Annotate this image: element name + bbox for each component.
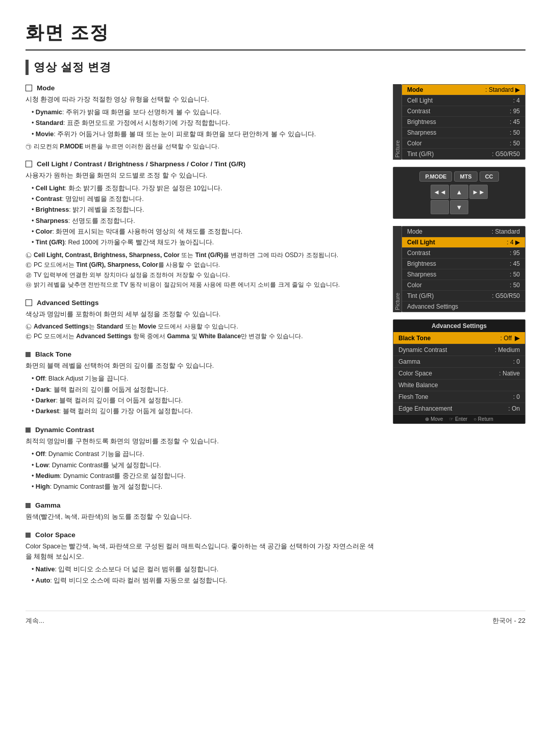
cl-bullet-1: Cell Light: 화소 밝기를 조정합니다. 가장 밝은 설정은 10입니… [32, 183, 378, 194]
adv-panel-title: Advanced Settings [393, 320, 525, 332]
cs-bullet [26, 533, 31, 538]
gamma-desc: 원색(빨간색, 녹색, 파란색)의 농도를 조정할 수 있습니다. [26, 512, 378, 522]
adv-note-1: ㉡ Advanced Settings는 Standard 또는 Movie 모… [26, 322, 378, 332]
cell-light-section: Cell Light / Contrast / Brightness / Sha… [26, 160, 378, 290]
page-container: 화면 조정 영상 설정 변경 Mode 시청 환경에 따라 가장 적절한 영상 … [0, 0, 551, 656]
mode-desc: 시청 환경에 따라 가장 적절한 영상 유형을 선택할 수 있습니다. [26, 94, 378, 105]
black-tone-desc: 화면의 블랙 레벨을 선택하여 화면의 깊이를 조정할 수 있습니다. [26, 361, 378, 371]
remote-enter-button[interactable] [431, 200, 449, 214]
dc-bullets: Off: Dynamic Contrast 기능을 끕니다. Low: Dyna… [26, 449, 378, 492]
dc-bullet-3: Medium: Dynamic Contrast를 중간으로 설정합니다. [32, 471, 378, 482]
dc-desc: 최적의 명암비를 구현하도록 화면의 명암비를 조정할 수 있습니다. [26, 436, 378, 446]
adv-row-gamma: Gamma : 0 [393, 356, 525, 368]
panel2-rows: Mode : Standard Cell Light : 4 ▶ Contras… [402, 226, 525, 312]
ui-panel-1: Picture Mode : Standard ▶ Cell Light : 4… [393, 84, 525, 160]
panel2-row-sharpness: Sharpness : 50 [402, 269, 525, 280]
panel1-row-tint: Tint (G/R) : G50/R50 [402, 149, 525, 159]
remote-top-buttons: P.MODE MTS CC [419, 171, 498, 182]
advanced-section: Advanced Settings 색상과 명암비를 포함하여 화면의 세부 설… [26, 299, 378, 341]
color-space-section: Color Space Color Space는 빨간색, 녹색, 파란색으로 … [26, 531, 378, 586]
cl-bullet-6: Tint (G/R): Red 100에 가까울수록 빨간색 채도가 높아집니다… [32, 237, 378, 248]
cs-bullet-2: Auto: 입력 비디오 소스에 따라 컬러 범위를 자동으로 설정합니다. [32, 575, 378, 586]
advanced-notes: ㉡ Advanced Settings는 Standard 또는 Movie 모… [26, 322, 378, 341]
panel2-row-contrast: Contrast : 95 [402, 248, 525, 259]
footer-enter: ☞ Enter [449, 416, 467, 422]
panel1-row-mode: Mode : Standard ▶ [402, 85, 525, 95]
cl-note-4: ㉤ 밝기 레벨을 낮추면 전반적으로 TV 동작 비용이 절감되어 제품 사용에… [26, 280, 378, 290]
panel2-row-tint: Tint (G/R) : G50/R50 [402, 291, 525, 301]
footer-move: ⊕ Move [425, 416, 443, 422]
remote-mts-button[interactable]: MTS [454, 171, 477, 182]
panel2-row-mode: Mode : Standard [402, 226, 525, 237]
bt-bullet-4: Darkest: 블랙 컬러의 깊이를 가장 어둡게 설정합니다. [32, 406, 378, 417]
cell-light-desc: 사용자가 원하는 화면을 화면의 모드별로 조정 할 수 있습니다. [26, 170, 378, 181]
bt-bullet-3: Darker: 블랙 컬러의 깊이를 더 어둡게 설정합니다. [32, 395, 378, 406]
cl-note-1: ㉡ Cell Light, Contrast, Brightness, Shar… [26, 250, 378, 260]
cl-bullet-5: Color: 화면에 표시되는 막대를 사용하여 영상의 색 채도를 조정합니다… [32, 226, 378, 237]
black-tone-title: Black Tone [26, 350, 378, 358]
cell-light-notes: ㉡ Cell Light, Contrast, Brightness, Shar… [26, 250, 378, 290]
cl-bullet-3: Brightness: 밝기 레벨을 조정합니다. [32, 205, 378, 215]
panel2-row-color: Color : 50 [402, 280, 525, 291]
advanced-title: Advanced Settings [26, 299, 378, 307]
adv-panel-footer: ⊕ Move ☞ Enter ○ Return [393, 415, 525, 423]
gamma-title: Gamma [26, 501, 378, 509]
footer-continue: 계속... [26, 616, 44, 625]
adv-note-2: ㉢ PC 모드에서는 Advanced Settings 항목 중에서 Gamm… [26, 332, 378, 341]
remote-cc-button[interactable]: CC [480, 171, 499, 182]
cl-bullet-2: Contrast: 명암비 레벨을 조정합니다. [32, 194, 378, 205]
note-icon-1: ㉠ [26, 142, 32, 151]
cell-light-bullets: Cell Light: 화소 밝기를 조정합니다. 가장 밝은 설정은 10입니… [26, 183, 378, 248]
mode-bullet-2: Standard: 표준 화면모드로 가정에서 시청하기에 가장 적합합니다. [32, 118, 378, 129]
panel1-row-sharpness: Sharpness : 50 [402, 128, 525, 138]
remote-up-button[interactable]: ▲ [450, 185, 468, 199]
color-space-title: Color Space [26, 531, 378, 539]
advanced-desc: 색상과 명암비를 포함하여 화면의 세부 설정을 조정할 수 있습니다. [26, 309, 378, 319]
bt-bullet-2: Dark: 블랙 컬러의 깊이를 어둡게 설정합니다. [32, 385, 378, 395]
dc-bullet-1: Off: Dynamic Contrast 기능을 끕니다. [32, 449, 378, 460]
mode-bullet-1: Dynamic: 주위가 밝을 때 화면을 보다 선명하게 볼 수 있습니다. [32, 107, 378, 118]
adv-row-edgeenhancement: Edge Enhancement : On [393, 403, 525, 415]
panel1-row-contrast: Contrast : 95 [402, 106, 525, 117]
panel2-side-label: Picture [393, 226, 402, 312]
dc-bullet [26, 427, 31, 433]
cs-desc: Color Space는 빨간색, 녹색, 파란색으로 구성된 컬러 매트릭스입… [26, 541, 378, 562]
gamma-bullet [26, 503, 31, 508]
advanced-checkbox [26, 299, 32, 306]
remote-down-button[interactable]: ▼ [450, 200, 468, 214]
right-column: Picture Mode : Standard ▶ Cell Light : 4… [393, 84, 525, 595]
cl-note-3: ㉣ TV 입력부에 연결한 외부 장치마다 설정을 조정하여 저장할 수 있습니… [26, 270, 378, 280]
adv-row-colorspace: Color Space : Native [393, 368, 525, 380]
adv-row-whitebalance: White Balance [393, 380, 525, 391]
main-title: 화면 조정 [26, 20, 525, 51]
mode-bullets: Dynamic: 주위가 밝을 때 화면을 보다 선명하게 볼 수 있습니다. … [26, 107, 378, 140]
remote-rewind-button[interactable]: ◄◄ [431, 185, 449, 199]
cell-light-checkbox [26, 161, 32, 167]
cl-bullet-4: Sharpness: 선명도를 조정합니다. [32, 216, 378, 226]
mode-note: ㉠ 리모컨의 P.MODE 버튼을 누르면 이러한 옵션을 선택할 수 있습니다… [26, 142, 378, 151]
remote-nav: ◄◄ ▲ ▼ ►► [431, 185, 488, 214]
panel1-side-label: Picture [393, 84, 402, 160]
remote-forward-button[interactable]: ►► [469, 185, 488, 199]
adv-row-fleshtone: Flesh Tone : 0 [393, 391, 525, 403]
remote-panel: P.MODE MTS CC ◄◄ ▲ ▼ ►► [393, 167, 525, 219]
remote-pmode-button[interactable]: P.MODE [419, 171, 452, 182]
mode-section: Mode 시청 환경에 따라 가장 적절한 영상 유형을 선택할 수 있습니다.… [26, 84, 378, 151]
cs-bullets: Native: 입력 비디오 소스보다 더 넓은 컬러 범위를 설정합니다. A… [26, 564, 378, 586]
panel2-row-brightness: Brightness : 45 [402, 259, 525, 269]
section-title: 영상 설정 변경 [26, 60, 525, 75]
dc-bullet-2: Low: Dynamic Contrast를 낮게 설정합니다. [32, 460, 378, 471]
black-tone-bullet [26, 352, 31, 357]
footer-return: ○ Return [473, 416, 493, 422]
adv-row-dyncontrast: Dynamic Contrast : Medium [393, 344, 525, 356]
panel1-row-celllight: Cell Light : 4 [402, 95, 525, 106]
left-column: Mode 시청 환경에 따라 가장 적절한 영상 유형을 선택할 수 있습니다.… [26, 84, 378, 595]
cs-bullet-1: Native: 입력 비디오 소스보다 더 넓은 컬러 범위를 설정합니다. [32, 564, 378, 575]
panel1-row-brightness: Brightness : 45 [402, 117, 525, 128]
dynamic-contrast-title: Dynamic Contrast [26, 426, 378, 434]
black-tone-section: Black Tone 화면의 블랙 레벨을 선택하여 화면의 깊이를 조정할 수… [26, 350, 378, 417]
bt-bullet-1: Off: Black Adjust 기능을 끕니다. [32, 373, 378, 384]
ui-panel-2: Picture Mode : Standard Cell Light : 4 ▶… [393, 226, 525, 312]
mode-checkbox [26, 85, 32, 91]
cl-note-2: ㉢ PC 모드에서는 Tint (G/R), Sharpness, Color를… [26, 260, 378, 270]
